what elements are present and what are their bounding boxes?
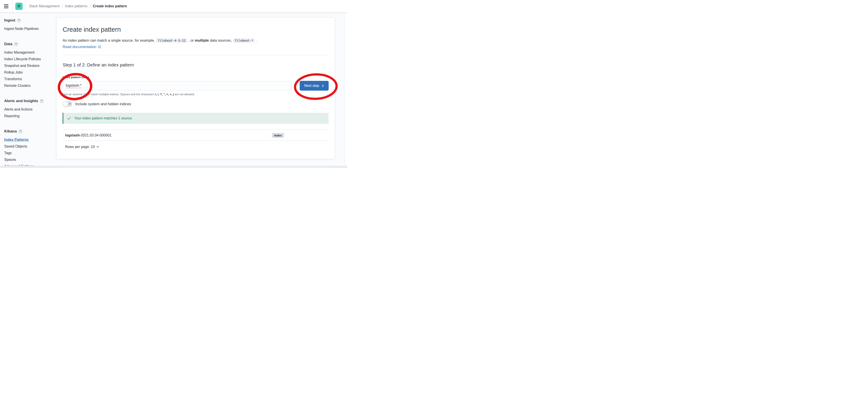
management-sidebar: Ingest Ingest Node Pipelines Data Index … bbox=[0, 12, 56, 168]
nav-group-kibana: Kibana Index Patterns Saved Objects Tags… bbox=[4, 129, 53, 168]
index-pattern-name-label: Index pattern name bbox=[63, 76, 329, 79]
chevron-down-icon bbox=[96, 145, 99, 148]
toggle-knob bbox=[63, 101, 68, 107]
helper-part1: Use an asterisk (*) to match multiple in… bbox=[63, 92, 155, 96]
code-example-single: filebeat-4-3-22 bbox=[156, 38, 187, 43]
input-helper-text: Use an asterisk (*) to match multiple in… bbox=[63, 92, 329, 96]
include-hidden-indices-row: Include system and hidden indices bbox=[63, 101, 329, 107]
code-example-wildcard: filebeat-* bbox=[233, 38, 255, 43]
toggle-off-x-icon bbox=[69, 103, 71, 105]
horizontal-scrollbar-track[interactable] bbox=[0, 166, 347, 168]
breadcrumb: Stack Management / Index patterns / Crea… bbox=[26, 0, 127, 12]
intro-part4: . bbox=[256, 38, 257, 42]
matched-index-name: logstash-2021.03.04-000001 bbox=[65, 133, 112, 137]
kibana-create-index-pattern-screen: D Stack Management / Index patterns / Cr… bbox=[0, 0, 347, 168]
external-link-icon bbox=[98, 45, 101, 49]
matched-prefix: logstash- bbox=[65, 133, 81, 137]
nav-group-title-data: Data bbox=[4, 41, 53, 47]
sidebar-item-index-management[interactable]: Index Management bbox=[4, 49, 53, 56]
nav-group-title-label: Kibana bbox=[4, 129, 17, 134]
space-avatar-cell: D bbox=[12, 0, 26, 12]
sidebar-item-index-lifecycle-policies[interactable]: Index Lifecycle Policies bbox=[4, 56, 53, 62]
read-documentation-link[interactable]: Read documentation bbox=[63, 45, 101, 49]
check-icon bbox=[67, 116, 71, 120]
space-avatar[interactable]: D bbox=[15, 3, 23, 10]
menu-toggle-button[interactable] bbox=[0, 0, 12, 12]
section-divider bbox=[63, 55, 329, 55]
success-callout-message: Your index pattern matches 1 source. bbox=[74, 116, 132, 120]
success-callout: Your index pattern matches 1 source. bbox=[63, 113, 329, 124]
helper-forbidden-chars: \, /, ?, ", <, >, | bbox=[155, 92, 174, 96]
help-icon[interactable] bbox=[19, 130, 22, 133]
sidebar-item-remote-clusters[interactable]: Remote Clusters bbox=[4, 82, 53, 89]
sidebar-item-snapshot-and-restore[interactable]: Snapshot and Restore bbox=[4, 62, 53, 69]
index-pattern-field-row: logstash-* Next step bbox=[63, 81, 329, 91]
step-heading: Step 1 of 2: Define an index pattern bbox=[63, 62, 329, 68]
matching-sources-table: logstash-2021.03.04-000001 Index bbox=[63, 130, 329, 141]
hamburger-icon bbox=[4, 4, 8, 8]
index-pattern-input-value: logstash-* bbox=[66, 84, 82, 88]
read-documentation-label: Read documentation bbox=[63, 45, 96, 49]
page-title: Create index pattern bbox=[63, 25, 329, 34]
intro-part2: , or bbox=[189, 38, 195, 42]
scrollbar-track[interactable] bbox=[344, 12, 347, 168]
intro-part1: An index pattern can match a single sour… bbox=[63, 38, 155, 42]
sidebar-item-index-patterns[interactable]: Index Patterns bbox=[4, 136, 53, 143]
sidebar-item-rollup-jobs[interactable]: Rollup Jobs bbox=[4, 69, 53, 76]
nav-group-ingest: Ingest Ingest Node Pipelines bbox=[4, 18, 53, 32]
breadcrumb-index-patterns[interactable]: Index patterns bbox=[65, 4, 87, 8]
next-step-button[interactable]: Next step bbox=[300, 81, 329, 91]
table-row: logstash-2021.03.04-000001 Index bbox=[63, 130, 329, 141]
rows-per-page-button[interactable]: Rows per page: 10 bbox=[65, 145, 99, 149]
rows-per-page-label: Rows per page: 10 bbox=[65, 145, 95, 149]
nav-group-title-kibana: Kibana bbox=[4, 129, 53, 134]
index-pattern-input[interactable]: logstash-* bbox=[63, 81, 291, 90]
breadcrumb-separator: / bbox=[87, 4, 93, 8]
help-icon[interactable] bbox=[40, 100, 43, 103]
include-hidden-indices-toggle[interactable] bbox=[63, 101, 72, 107]
nav-group-title-label: Alerts and Insights bbox=[4, 99, 38, 104]
intro-part3: data sources, bbox=[209, 38, 232, 42]
sidebar-item-transforms[interactable]: Transforms bbox=[4, 76, 53, 82]
top-header-bar: D Stack Management / Index patterns / Cr… bbox=[0, 0, 347, 12]
sidebar-item-ingest-node-pipelines[interactable]: Ingest Node Pipelines bbox=[4, 26, 53, 32]
nav-group-data: Data Index Management Index Lifecycle Po… bbox=[4, 41, 53, 89]
matched-suffix: 2021.03.04-000001 bbox=[81, 133, 112, 137]
sidebar-item-reporting[interactable]: Reporting bbox=[4, 113, 53, 119]
sidebar-item-spaces[interactable]: Spaces bbox=[4, 157, 53, 163]
nav-group-title-label: Data bbox=[4, 41, 12, 47]
sidebar-item-tags[interactable]: Tags bbox=[4, 150, 53, 157]
nav-group-title-label: Ingest bbox=[4, 18, 15, 23]
sidebar-item-alerts-and-actions[interactable]: Alerts and Actions bbox=[4, 106, 53, 113]
help-icon[interactable] bbox=[14, 43, 18, 46]
nav-group-title-alerts-insights: Alerts and Insights bbox=[4, 99, 53, 104]
breadcrumb-current-page: Create index pattern bbox=[93, 4, 127, 8]
breadcrumb-stack-management[interactable]: Stack Management bbox=[29, 4, 60, 8]
intro-bold-multiple: multiple bbox=[195, 38, 209, 42]
nav-group-alerts-insights: Alerts and Insights Alerts and Actions R… bbox=[4, 99, 53, 119]
index-type-badge: Index bbox=[272, 133, 284, 138]
nav-group-title-ingest: Ingest bbox=[4, 18, 53, 23]
include-hidden-indices-label: Include system and hidden indices bbox=[75, 102, 131, 106]
breadcrumb-separator: / bbox=[60, 4, 65, 8]
intro-text: An index pattern can match a single sour… bbox=[63, 37, 329, 44]
sidebar-item-saved-objects[interactable]: Saved Objects bbox=[4, 143, 53, 150]
chevron-right-icon bbox=[321, 84, 324, 87]
next-step-label: Next step bbox=[304, 84, 319, 88]
main-content-area: Create index pattern An index pattern ca… bbox=[56, 12, 347, 159]
create-index-pattern-panel: Create index pattern An index pattern ca… bbox=[56, 17, 335, 159]
help-icon[interactable] bbox=[17, 19, 21, 22]
helper-part2: are not allowed. bbox=[174, 92, 195, 96]
